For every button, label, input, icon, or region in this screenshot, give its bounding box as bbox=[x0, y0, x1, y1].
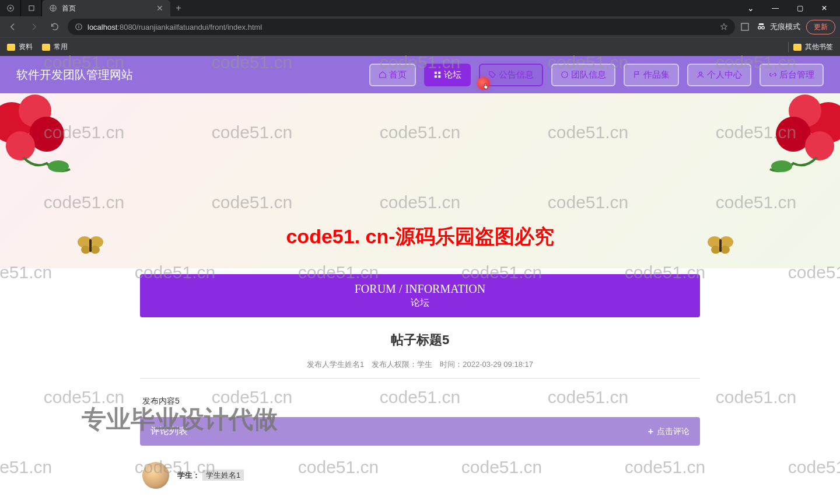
section-title-en: FORUM / INFORMATION bbox=[148, 282, 692, 296]
folder-icon bbox=[42, 44, 50, 51]
comment-item: 学生：学生姓名1 bbox=[140, 462, 700, 489]
post-body: 发布内容5 bbox=[140, 396, 700, 407]
avatar bbox=[142, 462, 169, 489]
svg-point-14 bbox=[562, 72, 568, 78]
nav-personal[interactable]: 个人中心 bbox=[687, 64, 751, 86]
bookmarks-bar: 资料 常用 其他书签 bbox=[0, 37, 840, 56]
butterfly-icon bbox=[706, 233, 735, 257]
nav-forum[interactable]: 论坛 bbox=[424, 64, 471, 86]
main-content: FORUM / INFORMATION 论坛 帖子标题5 发布人学生姓名1 发布… bbox=[140, 274, 700, 489]
user-icon bbox=[696, 71, 705, 79]
comment-bar-title: 评论列表 bbox=[150, 425, 188, 438]
main-nav: 首页 论坛 公告信息 团队信息 作品集 个人中心 后台管理 bbox=[369, 64, 824, 86]
tabs-dropdown-button[interactable]: ⌄ bbox=[742, 4, 760, 13]
svg-point-34 bbox=[720, 246, 730, 254]
nav-home[interactable]: 首页 bbox=[369, 64, 416, 86]
link-icon bbox=[769, 71, 777, 79]
tab-close-button[interactable]: ✕ bbox=[156, 4, 163, 13]
cursor-highlight bbox=[477, 77, 490, 90]
plus-icon: + bbox=[648, 426, 653, 437]
banner-overlay-text: code51. cn-源码乐园盗图必究 bbox=[286, 223, 554, 250]
bookmark-ziliao[interactable]: 资料 bbox=[7, 42, 33, 52]
svg-point-24 bbox=[805, 131, 834, 160]
globe-icon bbox=[49, 4, 57, 12]
maximize-button[interactable]: ▢ bbox=[791, 4, 808, 12]
url-text: localhost:8080/ruanjiankailfatuandui/fro… bbox=[88, 23, 262, 32]
post-meta: 发布人学生姓名1 发布人权限：学生 时间：2022-03-29 09:18:17 bbox=[140, 359, 700, 379]
flower-decoration-right bbox=[735, 93, 840, 192]
grid-icon bbox=[433, 71, 442, 79]
reload-button[interactable] bbox=[47, 19, 63, 35]
bookmark-star-icon[interactable] bbox=[720, 23, 728, 31]
svg-point-25 bbox=[771, 160, 792, 172]
comment-bar: 评论列表 + 点击评论 bbox=[140, 417, 700, 446]
browser-toolbar: localhost:8080/ruanjiankailfatuandui/fro… bbox=[0, 16, 840, 37]
nav-admin[interactable]: 后台管理 bbox=[760, 64, 824, 86]
section-title-cn: 论坛 bbox=[148, 297, 692, 309]
extensions-icon[interactable] bbox=[740, 22, 750, 32]
svg-point-20 bbox=[48, 160, 69, 172]
svg-point-28 bbox=[81, 246, 90, 254]
minimize-button[interactable]: — bbox=[766, 4, 784, 12]
tab-title: 首页 bbox=[62, 4, 76, 13]
globe-icon bbox=[561, 71, 569, 79]
tab-bar: 首页 ✕ + ⌄ — ▢ ✕ bbox=[0, 0, 840, 16]
svg-point-8 bbox=[758, 26, 761, 29]
flag-icon bbox=[633, 71, 641, 79]
svg-point-1 bbox=[9, 7, 12, 9]
svg-point-15 bbox=[699, 72, 702, 75]
folder-icon bbox=[793, 44, 802, 51]
svg-point-19 bbox=[6, 131, 35, 160]
add-comment-button[interactable]: + 点击评论 bbox=[648, 426, 690, 437]
site-header: 软件开发团队管理网站 首页 论坛 公告信息 团队信息 作品集 个人中心 后台管理 bbox=[0, 56, 840, 93]
svg-rect-6 bbox=[78, 25, 79, 26]
svg-point-33 bbox=[711, 246, 720, 254]
svg-rect-2 bbox=[29, 6, 33, 10]
nav-team[interactable]: 团队信息 bbox=[551, 64, 615, 86]
svg-rect-10 bbox=[435, 72, 437, 74]
incognito-icon bbox=[756, 22, 766, 32]
svg-rect-5 bbox=[78, 26, 79, 29]
comment-user: 学生：学生姓名1 bbox=[177, 470, 244, 481]
section-header: FORUM / INFORMATION 论坛 bbox=[140, 274, 700, 317]
close-window-button[interactable]: ✕ bbox=[816, 4, 833, 12]
browser-chrome: 首页 ✕ + ⌄ — ▢ ✕ localhost:8080/ruanjianka… bbox=[0, 0, 840, 56]
forward-button[interactable] bbox=[26, 19, 42, 35]
new-tab-button[interactable]: + bbox=[170, 0, 187, 16]
incognito-indicator: 无痕模式 bbox=[756, 22, 800, 32]
home-icon bbox=[379, 71, 387, 79]
tab-inactive-1[interactable] bbox=[0, 0, 21, 16]
bookmark-changyong[interactable]: 常用 bbox=[42, 42, 68, 52]
back-button[interactable] bbox=[5, 19, 21, 35]
banner: code51. cn-源码乐园盗图必究 bbox=[0, 93, 840, 268]
svg-rect-35 bbox=[719, 239, 722, 252]
site-title: 软件开发团队管理网站 bbox=[16, 67, 133, 83]
svg-point-9 bbox=[762, 26, 765, 29]
svg-rect-12 bbox=[435, 75, 437, 78]
svg-rect-13 bbox=[438, 75, 440, 78]
butterfly-icon bbox=[76, 233, 105, 257]
svg-rect-30 bbox=[89, 239, 92, 252]
update-button[interactable]: 更新 bbox=[806, 20, 835, 34]
nav-works[interactable]: 作品集 bbox=[624, 64, 679, 86]
post-title: 帖子标题5 bbox=[140, 331, 700, 349]
folder-icon bbox=[7, 44, 15, 51]
svg-rect-11 bbox=[438, 72, 440, 74]
svg-rect-7 bbox=[741, 23, 748, 30]
window-controls: ⌄ — ▢ ✕ bbox=[742, 4, 840, 13]
svg-point-29 bbox=[90, 246, 100, 254]
bookmark-other[interactable]: 其他书签 bbox=[793, 42, 833, 52]
tab-active[interactable]: 首页 ✕ bbox=[42, 0, 170, 16]
flower-decoration-left bbox=[0, 93, 105, 192]
tab-inactive-2[interactable] bbox=[21, 0, 42, 16]
url-bar[interactable]: localhost:8080/ruanjiankailfatuandui/fro… bbox=[68, 19, 735, 35]
page-content: 软件开发团队管理网站 首页 论坛 公告信息 团队信息 作品集 个人中心 后台管理… bbox=[0, 56, 840, 489]
tag-icon bbox=[488, 71, 496, 79]
info-icon bbox=[75, 23, 83, 31]
